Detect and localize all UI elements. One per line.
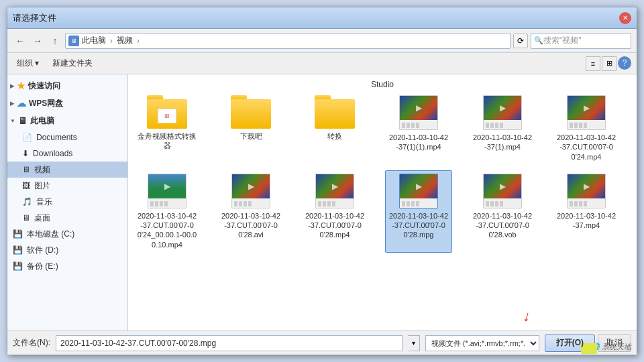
search-bar[interactable]: 🔍 搜索"视频": [531, 33, 631, 49]
sidebar-item-drive-c[interactable]: 💾 本地磁盘 (C:): [7, 226, 127, 242]
video-item-8[interactable]: 2020-11-03-10-42-37.CUT.00'07-00'28.vob: [469, 170, 536, 253]
back-button[interactable]: ←: [13, 34, 28, 48]
documents-icon: 📄: [22, 133, 32, 142]
address-folder: 视频: [117, 35, 133, 46]
film-strip-3: [568, 120, 605, 130]
pictures-icon: 🖼: [22, 181, 30, 190]
folder-label-xz: 下载吧: [240, 131, 262, 141]
film-strip-2: [484, 120, 521, 130]
sidebar-quick-access[interactable]: ▶ ★ 快速访问: [7, 77, 127, 95]
drive-c-icon: 💾: [13, 229, 23, 239]
help-button[interactable]: ?: [618, 56, 631, 70]
folder-icon-zh: [315, 95, 355, 129]
folder-item-xiazai[interactable]: 下载吧: [217, 92, 284, 165]
sidebar-wps-label: WPS网盘: [29, 98, 63, 109]
search-icon: 🔍: [534, 36, 543, 45]
refresh-button[interactable]: ⟳: [513, 34, 528, 48]
video-icon-7: [399, 174, 438, 208]
up-button[interactable]: ↑: [48, 34, 62, 48]
film-strip-4: [148, 198, 186, 208]
folder-item-zhuanhuan[interactable]: 转换: [301, 92, 368, 165]
sidebar-wps[interactable]: ▶ ☁ WPS网盘: [7, 95, 127, 112]
video-item-4[interactable]: 2020-11-03-10-42-37.CUT.00'07-00'24_00.0…: [133, 170, 201, 253]
filename-dropdown-button[interactable]: ▾: [408, 335, 420, 351]
folder-icon-jz: ⊞: [147, 95, 187, 129]
video-item-2[interactable]: 2020-11-03-10-42-37(1).mp4: [469, 92, 536, 165]
star-icon: ★: [17, 80, 25, 91]
sidebar-item-drive-d[interactable]: 💾 软件 (D:): [7, 242, 127, 258]
sidebar-item-documents[interactable]: 📄 Documents: [7, 129, 127, 145]
video-item-3[interactable]: 2020-11-03-10-42-37.CUT.00'07-00'24.mp4: [553, 92, 620, 165]
address-computer-icon: 🖥: [68, 36, 79, 46]
search-placeholder: 搜索"视频": [543, 35, 582, 46]
video-icon-9: [567, 174, 606, 208]
video-icon-2: [483, 95, 522, 130]
drive-e-icon: 💾: [13, 261, 23, 271]
video-icon-3: [567, 95, 606, 130]
second-toolbar: 组织 ▾ 新建文件夹 ≡ ⊞ ?: [7, 53, 637, 74]
main-area: ▶ ★ 快速访问 ▶ ☁ WPS网盘 ▼ 🖥 此电脑 📄 Documents ⬇…: [7, 74, 637, 330]
video-label-9: 2020-11-03-10-42-37.mp4: [556, 211, 616, 231]
videos-icon: 🖥: [22, 165, 30, 174]
sidebar-music-label: 音乐: [36, 196, 52, 208]
sidebar: ▶ ★ 快速访问 ▶ ☁ WPS网盘 ▼ 🖥 此电脑 📄 Documents ⬇…: [7, 74, 128, 330]
film-strip-9: [568, 198, 605, 208]
filename-label: 文件名(N):: [13, 337, 50, 349]
sidebar-downloads-label: Downloads: [33, 149, 72, 158]
address-bar[interactable]: 🖥 此电脑 › 视频 ›: [65, 33, 511, 49]
folder-icon-xz: [231, 95, 271, 129]
sidebar-documents-label: Documents: [36, 133, 77, 142]
folder-item[interactable]: ⊞ 金舟视频格式转换器: [133, 92, 201, 165]
video-thumb-8: [484, 174, 521, 198]
video-item-9[interactable]: 2020-11-03-10-42-37.mp4: [553, 170, 620, 253]
new-folder-button[interactable]: 新建文件夹: [48, 56, 97, 71]
open-button[interactable]: 打开(O): [545, 335, 595, 352]
sidebar-item-pictures[interactable]: 🖼 图片: [7, 178, 127, 194]
sidebar-item-drive-e[interactable]: 💾 备份 (E:): [7, 258, 127, 274]
drive-d-icon: 💾: [13, 245, 23, 255]
cloud-icon: ☁: [17, 98, 26, 109]
sidebar-computer-label: 此电脑: [30, 115, 54, 127]
computer-icon: 🖥: [18, 115, 28, 126]
sidebar-item-music[interactable]: 🎵 音乐: [7, 194, 127, 210]
view-buttons: ≡ ⊞ ?: [586, 56, 631, 71]
video-icon-1: [399, 95, 438, 130]
sidebar-item-desktop[interactable]: 🖥 桌面: [7, 210, 127, 226]
video-thumb-1: [400, 96, 437, 120]
video-label-8: 2020-11-03-10-42-37.CUT.00'07-00'28.vob: [472, 211, 533, 240]
video-label-6: 2020-11-03-10-42-37.CUT.00'07-00'28.mp4: [305, 211, 365, 240]
nav-toolbar: ← → ↑ 🖥 此电脑 › 视频 › ⟳ 🔍 搜索"视频": [7, 29, 637, 53]
grid-view-button[interactable]: ⊞: [602, 56, 616, 71]
video-item-1[interactable]: 2020-11-03-10-42-37(1)(1).mp4: [385, 92, 452, 165]
filename-input[interactable]: [56, 335, 402, 351]
sidebar-videos-label: 视频: [34, 164, 50, 176]
video-item-6[interactable]: 2020-11-03-10-42-37.CUT.00'07-00'28.mp4: [301, 170, 368, 253]
video-label-1: 2020-11-03-10-42-37(1)(1).mp4: [388, 133, 449, 152]
title-bar: 请选择文件 ✕: [7, 7, 637, 29]
video-item-7-selected[interactable]: 2020-11-03-10-42-37.CUT.00'07-00'28.mpg: [385, 170, 452, 253]
list-view-button[interactable]: ≡: [586, 56, 600, 71]
video-label-3: 2020-11-03-10-42-37.CUT.00'07-00'24.mp4: [556, 133, 616, 162]
sidebar-computer-group[interactable]: ▼ 🖥 此电脑: [7, 112, 127, 129]
sidebar-pictures-label: 图片: [34, 180, 50, 192]
sidebar-drive-e-label: 备份 (E:): [27, 261, 58, 272]
sidebar-desktop-label: 桌面: [34, 213, 50, 224]
video-thumb-9: [568, 174, 605, 198]
forward-button[interactable]: →: [30, 34, 45, 48]
sidebar-item-videos[interactable]: 🖥 视频: [7, 162, 127, 178]
filetype-select[interactable]: 视频文件 (*.avi;*.rmvb;*.rm;*.: [425, 335, 539, 351]
video-icon-8: [483, 174, 522, 208]
sidebar-item-downloads[interactable]: ⬇ Downloads: [7, 145, 127, 162]
film-strip-8: [484, 198, 521, 208]
organize-button[interactable]: 组织 ▾: [13, 56, 43, 71]
video-icon-5: [231, 174, 270, 208]
film-strip-5: [232, 198, 270, 208]
dialog-title: 请选择文件: [13, 12, 56, 24]
video-item-5[interactable]: 2020-11-03-10-42-37.CUT.00'07-00'28.avi: [217, 170, 284, 253]
film-strip-6: [316, 198, 354, 208]
video-icon-6: [315, 174, 354, 208]
close-button[interactable]: ✕: [619, 12, 631, 24]
sidebar-drive-c-label: 本地磁盘 (C:): [27, 229, 74, 240]
studio-label: Studio: [133, 80, 631, 92]
video-icon-4: [148, 174, 186, 208]
